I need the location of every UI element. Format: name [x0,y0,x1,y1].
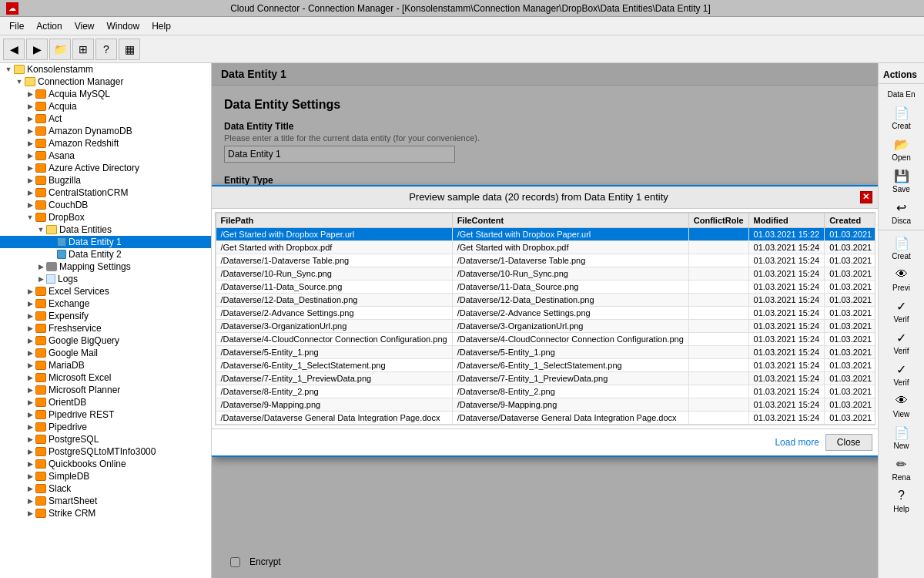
action-discard[interactable]: ↩ Disca [879,197,924,228]
sidebar-item-pipedrive[interactable]: ▶ Pipedrive [0,421,211,433]
table-row[interactable]: /Dataverse/7-Entity_1_PreviewData.png/Da… [216,371,875,385]
sidebar-item-google-mail[interactable]: ▶ Google Mail [0,347,211,359]
sidebar-item-mariadb[interactable]: ▶ MariaDB [0,359,211,371]
table-cell: /Dataverse/8-Entity_2.png [452,385,688,398]
table-row[interactable]: /Dataverse/10-Run_Sync.png/Dataverse/10-… [216,267,875,280]
arrow-icon: ▶ [25,201,35,209]
sidebar-item-acquia-mysql[interactable]: ▶ Acquia MySQL [0,88,211,100]
sidebar-item-smartsheet[interactable]: ▶ SmartSheet [0,495,211,507]
table-cell: /Dataverse/9-Mapping.png [452,398,688,411]
action-create2[interactable]: 📄 Creat [879,232,924,264]
sidebar-item-postgresql-mtinfo[interactable]: ▶ PostgreSQLtoMTInfo3000 [0,445,211,458]
table-row[interactable]: /Dataverse/11-Data_Source.png/Dataverse/… [216,280,875,293]
sidebar-item-microsoft-excel[interactable]: ▶ Microsoft Excel [0,371,211,384]
action-help[interactable]: ? Help [879,485,924,516]
arrow-icon: ▶ [25,189,35,197]
sidebar-item-excel-services[interactable]: ▶ Excel Services [0,285,211,297]
node-icon [35,200,46,210]
layout-button[interactable]: ▦ [119,39,140,60]
sidebar-item-freshservice[interactable]: ▶ Freshservice [0,322,211,334]
table-cell: /Dataverse/10-Run_Sync.png [452,267,688,280]
table-row[interactable]: /Dataverse/1-Dataverse Table.png/Dataver… [216,254,875,267]
close-button[interactable]: Close [825,434,872,451]
arrow-icon: ▶ [25,324,35,332]
sidebar-item-logs[interactable]: ▶ Logs [0,273,211,285]
action-create[interactable]: 📄 Creat [879,102,924,133]
table-row[interactable]: /Dataverse/12-Data_Destination.png/Datav… [216,293,875,306]
sidebar-item-couchdb[interactable]: ▶ CouchDB [0,199,211,211]
table-row[interactable]: /Get Started with Dropbox.pdf/Get Starte… [216,240,875,254]
sidebar-item-expensify[interactable]: ▶ Expensify [0,310,211,322]
table-row[interactable]: /Dataverse/3-OrganizationUrl.png/Dataver… [216,319,875,332]
action-verify2[interactable]: ✓ Verif [879,327,924,358]
arrow-icon: ▶ [25,127,35,135]
table-row[interactable]: /Get Started with Dropbox Paper.url/Get … [216,227,875,240]
sidebar-item-label: CouchDB [49,200,88,210]
back-button[interactable]: ◀ [3,39,25,60]
sidebar-item-exchange[interactable]: ▶ Exchange [0,297,211,310]
sidebar-item-amazon-redshift[interactable]: ▶ Amazon Redshift [0,137,211,150]
table-cell: 01.03.2021 15:2 [825,345,875,358]
sidebar-item-postgresql[interactable]: ▶ PostgreSQL [0,433,211,445]
grid-button[interactable]: ⊞ [72,39,94,60]
sidebar-item-microsoft-planner[interactable]: ▶ Microsoft Planner [0,384,211,396]
open-button[interactable]: 📁 [49,39,71,60]
table-cell: 01.03.2021 15:24 [748,385,825,398]
action-new[interactable]: 📄 New [879,422,924,453]
sidebar-item-asana[interactable]: ▶ Asana [0,150,211,162]
discard-icon: ↩ [894,200,909,215]
sidebar-item-data-entities[interactable]: ▼ Data Entities [0,223,211,236]
sidebar-item-bugzilla[interactable]: ▶ Bugzilla [0,174,211,187]
sidebar-item-google-bigquery[interactable]: ▶ Google BigQuery [0,334,211,347]
sidebar-item-data-entity-1[interactable]: Data Entity 1 [0,236,211,248]
sidebar-item-dropbox[interactable]: ▼ DropBox [0,211,211,223]
sidebar-item-centralstationcrm[interactable]: ▶ CentralStationCRM [0,187,211,199]
sidebar-item-amazon-dynamodb[interactable]: ▶ Amazon DynamoDB [0,125,211,137]
table-row[interactable]: /Dataverse/4-CloudConnector Connection C… [216,332,875,345]
sidebar-item-label: Data Entity 2 [69,249,122,260]
menu-help[interactable]: Help [146,19,177,33]
menu-window[interactable]: Window [101,19,146,33]
sidebar-item-slack[interactable]: ▶ Slack [0,482,211,495]
forward-button[interactable]: ▶ [26,39,48,60]
sidebar-item-strike-crm[interactable]: ▶ Strike CRM [0,507,211,519]
action-save[interactable]: 💾 Save [879,165,924,197]
modal-table-wrap[interactable]: FilePath FileContent ConflictRole Modifi… [215,212,875,425]
action-verify3[interactable]: ✓ Verif [879,358,924,390]
sidebar-item-konsolenstamm[interactable]: ▼ Konsolenstamm [0,63,211,76]
action-rename[interactable]: ✏ Rena [879,453,924,485]
sidebar-item-mapping-settings[interactable]: ▶ Mapping Settings [0,260,211,273]
table-row[interactable]: /Dataverse/Dataverse General Data Integr… [216,411,875,424]
table-cell: /Dataverse/11-Data_Source.png [452,280,688,293]
sidebar-item-quickbooks[interactable]: ▶ Quickbooks Online [0,458,211,470]
action-open[interactable]: 📂 Open [879,133,924,165]
menu-view[interactable]: View [69,19,101,33]
sidebar-item-connection-manager[interactable]: ▼ Connection Manager [0,76,211,88]
sidebar-item-pipedrive-rest[interactable]: ▶ Pipedrive REST [0,408,211,421]
menu-action[interactable]: Action [30,19,68,33]
table-row[interactable]: /Dataverse/6-Entity_1_SelectStatement.pn… [216,358,875,371]
sidebar-item-acquia[interactable]: ▶ Acquia [0,100,211,113]
modal-close-button[interactable]: ✕ [860,191,872,203]
table-cell [688,398,748,411]
sidebar-item-act[interactable]: ▶ Act [0,113,211,125]
action-view[interactable]: 👁 View [879,390,924,422]
arrow-icon: ▶ [25,115,35,123]
table-row[interactable]: /Dataverse/5-Entity_1.png/Dataverse/5-En… [216,345,875,358]
action-verify1[interactable]: ✓ Verif [879,295,924,327]
table-row[interactable]: /Dataverse/9-Mapping.png/Dataverse/9-Map… [216,398,875,411]
sidebar-item-simpledb[interactable]: ▶ SimpleDB [0,470,211,482]
sidebar-item-data-entity-2[interactable]: Data Entity 2 [0,248,211,260]
load-more-link[interactable]: Load more [775,437,819,448]
sidebar-item-orientdb[interactable]: ▶ OrientDB [0,396,211,408]
menu-file[interactable]: File [3,19,30,33]
action-preview[interactable]: 👁 Previ [879,264,924,295]
toolbar: ◀ ▶ 📁 ⊞ ? ▦ [0,35,924,63]
sidebar-item-label: Acquia MySQL [49,89,110,99]
help-button[interactable]: ? [95,39,117,60]
sidebar-item-label: Mapping Settings [59,261,131,272]
table-row[interactable]: /Dataverse/8-Entity_2.png/Dataverse/8-En… [216,385,875,398]
node-icon [35,509,46,518]
sidebar-item-azure-active-directory[interactable]: ▶ Azure Active Directory [0,162,211,174]
table-row[interactable]: /Dataverse/2-Advance Settings.png/Datave… [216,306,875,319]
